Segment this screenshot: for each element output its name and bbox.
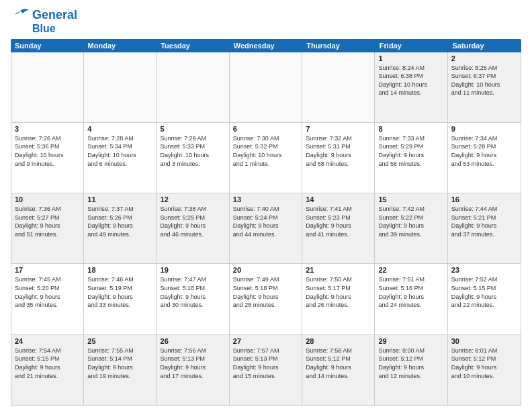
calendar-header: SundayMondayTuesdayWednesdayThursdayFrid… [11, 39, 521, 52]
day-info: Sunrise: 7:34 AMSunset: 5:28 PMDaylight:… [451, 134, 517, 168]
day-number: 20 [233, 266, 298, 274]
calendar-cell [84, 52, 157, 122]
day-number: 18 [87, 266, 152, 274]
header-day-friday: Friday [375, 39, 449, 52]
calendar-cell: 15Sunrise: 7:42 AMSunset: 5:22 PMDayligh… [375, 193, 447, 263]
day-info: Sunrise: 7:45 AMSunset: 5:20 PMDaylight:… [15, 275, 80, 309]
day-info: Sunrise: 7:57 AMSunset: 5:13 PMDaylight:… [233, 347, 298, 380]
day-number: 13 [233, 195, 298, 203]
calendar-cell [230, 52, 302, 122]
day-number: 16 [451, 195, 517, 203]
day-number: 30 [451, 337, 517, 345]
calendar-cell: 2Sunrise: 8:25 AMSunset: 6:37 PMDaylight… [448, 52, 521, 122]
day-info: Sunrise: 7:42 AMSunset: 5:22 PMDaylight:… [378, 205, 443, 238]
day-number: 22 [378, 266, 443, 274]
day-number: 24 [15, 337, 80, 345]
day-number: 9 [451, 125, 517, 133]
calendar-cell: 17Sunrise: 7:45 AMSunset: 5:20 PMDayligh… [11, 264, 84, 334]
calendar-cell: 19Sunrise: 7:47 AMSunset: 5:18 PMDayligh… [157, 264, 230, 334]
day-number: 2 [451, 54, 517, 62]
header-day-tuesday: Tuesday [157, 39, 230, 52]
day-number: 19 [161, 266, 226, 274]
day-info: Sunrise: 7:46 AMSunset: 5:19 PMDaylight:… [87, 275, 152, 309]
calendar-cell: 11Sunrise: 7:37 AMSunset: 5:26 PMDayligh… [84, 193, 157, 263]
calendar-cell: 14Sunrise: 7:41 AMSunset: 5:23 PMDayligh… [302, 193, 375, 263]
day-info: Sunrise: 7:38 AMSunset: 5:25 PMDaylight:… [161, 205, 226, 238]
day-number: 5 [161, 125, 226, 133]
calendar-cell: 21Sunrise: 7:50 AMSunset: 5:17 PMDayligh… [302, 264, 375, 334]
header-day-saturday: Saturday [448, 39, 521, 52]
day-number: 25 [87, 337, 152, 345]
day-info: Sunrise: 7:41 AMSunset: 5:23 PMDaylight:… [306, 205, 371, 238]
day-info: Sunrise: 7:29 AMSunset: 5:33 PMDaylight:… [161, 134, 226, 168]
calendar-cell: 10Sunrise: 7:36 AMSunset: 5:27 PMDayligh… [11, 193, 84, 263]
calendar-cell: 22Sunrise: 7:51 AMSunset: 5:16 PMDayligh… [375, 264, 447, 334]
day-info: Sunrise: 7:33 AMSunset: 5:29 PMDaylight:… [378, 134, 443, 168]
day-number: 28 [306, 337, 371, 345]
day-info: Sunrise: 7:56 AMSunset: 5:13 PMDaylight:… [161, 347, 226, 380]
calendar-cell: 18Sunrise: 7:46 AMSunset: 5:19 PMDayligh… [84, 264, 157, 334]
day-number: 21 [306, 266, 371, 274]
calendar-cell: 16Sunrise: 7:44 AMSunset: 5:21 PMDayligh… [448, 193, 521, 263]
day-number: 23 [451, 266, 517, 274]
day-number: 3 [15, 125, 80, 133]
day-info: Sunrise: 7:30 AMSunset: 5:32 PMDaylight:… [233, 134, 298, 168]
calendar-body: 1Sunrise: 8:24 AMSunset: 6:38 PMDaylight… [11, 52, 521, 406]
calendar-week-5: 24Sunrise: 7:54 AMSunset: 5:15 PMDayligh… [11, 335, 521, 405]
header-day-thursday: Thursday [302, 39, 375, 52]
header-day-wednesday: Wednesday [230, 39, 303, 52]
calendar-cell [11, 52, 84, 122]
day-info: Sunrise: 7:58 AMSunset: 5:12 PMDaylight:… [306, 347, 371, 380]
day-info: Sunrise: 7:28 AMSunset: 5:34 PMDaylight:… [87, 134, 152, 168]
calendar-cell [302, 52, 375, 122]
calendar-cell: 8Sunrise: 7:33 AMSunset: 5:29 PMDaylight… [375, 123, 447, 193]
header-day-monday: Monday [84, 39, 157, 52]
calendar-week-2: 3Sunrise: 7:26 AMSunset: 5:36 PMDaylight… [11, 123, 521, 193]
day-info: Sunrise: 7:40 AMSunset: 5:24 PMDaylight:… [233, 205, 298, 238]
day-number: 10 [15, 195, 80, 203]
day-info: Sunrise: 7:32 AMSunset: 5:31 PMDaylight:… [306, 134, 371, 168]
calendar-cell: 7Sunrise: 7:32 AMSunset: 5:31 PMDaylight… [302, 123, 375, 193]
day-number: 8 [378, 125, 443, 133]
day-number: 6 [233, 125, 298, 133]
day-info: Sunrise: 7:37 AMSunset: 5:26 PMDaylight:… [87, 205, 152, 238]
day-number: 29 [378, 337, 443, 345]
calendar-cell: 6Sunrise: 7:30 AMSunset: 5:32 PMDaylight… [230, 123, 302, 193]
calendar-cell: 12Sunrise: 7:38 AMSunset: 5:25 PMDayligh… [157, 193, 230, 263]
day-number: 27 [233, 337, 298, 345]
day-number: 15 [378, 195, 443, 203]
logo-subtext: Blue [32, 23, 56, 35]
day-number: 7 [306, 125, 371, 133]
day-info: Sunrise: 8:25 AMSunset: 6:37 PMDaylight:… [451, 64, 517, 97]
calendar-cell: 13Sunrise: 7:40 AMSunset: 5:24 PMDayligh… [230, 193, 302, 263]
calendar-cell: 27Sunrise: 7:57 AMSunset: 5:13 PMDayligh… [230, 335, 302, 405]
calendar: SundayMondayTuesdayWednesdayThursdayFrid… [11, 39, 521, 406]
calendar-cell: 26Sunrise: 7:56 AMSunset: 5:13 PMDayligh… [157, 335, 230, 405]
day-info: Sunrise: 7:52 AMSunset: 5:15 PMDaylight:… [451, 275, 517, 309]
calendar-cell: 1Sunrise: 8:24 AMSunset: 6:38 PMDaylight… [375, 52, 447, 122]
day-info: Sunrise: 7:49 AMSunset: 5:18 PMDaylight:… [233, 275, 298, 309]
calendar-week-3: 10Sunrise: 7:36 AMSunset: 5:27 PMDayligh… [11, 193, 521, 264]
logo-bird-icon [11, 8, 30, 23]
page: General Blue SundayMondayTuesdayWednesda… [0, 0, 532, 411]
day-info: Sunrise: 8:24 AMSunset: 6:38 PMDaylight:… [378, 64, 443, 97]
day-number: 17 [15, 266, 80, 274]
calendar-cell: 9Sunrise: 7:34 AMSunset: 5:28 PMDaylight… [448, 123, 521, 193]
day-info: Sunrise: 7:55 AMSunset: 5:14 PMDaylight:… [87, 347, 152, 380]
day-info: Sunrise: 8:00 AMSunset: 5:12 PMDaylight:… [378, 347, 443, 380]
day-info: Sunrise: 7:54 AMSunset: 5:15 PMDaylight:… [15, 347, 80, 380]
calendar-cell: 24Sunrise: 7:54 AMSunset: 5:15 PMDayligh… [11, 335, 84, 405]
day-info: Sunrise: 7:50 AMSunset: 5:17 PMDaylight:… [306, 275, 371, 309]
calendar-cell [157, 52, 230, 122]
calendar-cell: 20Sunrise: 7:49 AMSunset: 5:18 PMDayligh… [230, 264, 302, 334]
day-info: Sunrise: 7:44 AMSunset: 5:21 PMDaylight:… [451, 205, 517, 238]
calendar-cell: 23Sunrise: 7:52 AMSunset: 5:15 PMDayligh… [448, 264, 521, 334]
calendar-cell: 4Sunrise: 7:28 AMSunset: 5:34 PMDaylight… [84, 123, 157, 193]
logo-text: General [32, 9, 77, 22]
calendar-cell: 30Sunrise: 8:01 AMSunset: 5:12 PMDayligh… [448, 335, 521, 405]
day-info: Sunrise: 7:26 AMSunset: 5:36 PMDaylight:… [15, 134, 80, 168]
day-info: Sunrise: 7:51 AMSunset: 5:16 PMDaylight:… [378, 275, 443, 309]
day-info: Sunrise: 7:47 AMSunset: 5:18 PMDaylight:… [161, 275, 226, 309]
calendar-week-4: 17Sunrise: 7:45 AMSunset: 5:20 PMDayligh… [11, 264, 521, 334]
calendar-cell: 25Sunrise: 7:55 AMSunset: 5:14 PMDayligh… [84, 335, 157, 405]
